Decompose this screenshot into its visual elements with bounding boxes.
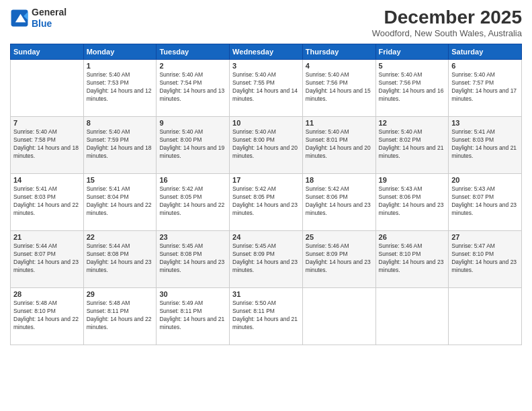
day-header-sunday: Sunday xyxy=(11,44,84,60)
logo-line1: General xyxy=(32,7,66,18)
day-number: 6 xyxy=(451,62,519,70)
day-info: Sunrise: 5:40 AMSunset: 7:56 PMDaylight:… xyxy=(306,71,373,103)
day-info: Sunrise: 5:42 AMSunset: 8:05 PMDaylight:… xyxy=(232,185,300,218)
day-number: 30 xyxy=(159,290,226,298)
day-info: Sunrise: 5:43 AMSunset: 8:06 PMDaylight:… xyxy=(379,185,446,218)
calendar-cell: 11Sunrise: 5:40 AMSunset: 8:01 PMDayligh… xyxy=(302,117,375,174)
day-number: 28 xyxy=(13,290,81,298)
day-number: 24 xyxy=(232,233,300,241)
day-info: Sunrise: 5:40 AMSunset: 8:01 PMDaylight:… xyxy=(306,128,373,161)
day-number: 26 xyxy=(379,233,446,241)
day-number: 5 xyxy=(379,62,446,70)
day-info: Sunrise: 5:40 AMSunset: 8:00 PMDaylight:… xyxy=(159,128,226,161)
week-row-3: 14Sunrise: 5:41 AMSunset: 8:03 PMDayligh… xyxy=(11,174,522,231)
calendar-cell: 29Sunrise: 5:48 AMSunset: 8:11 PMDayligh… xyxy=(83,288,157,345)
day-info: Sunrise: 5:40 AMSunset: 7:58 PMDaylight:… xyxy=(13,128,81,161)
week-row-4: 21Sunrise: 5:44 AMSunset: 8:07 PMDayligh… xyxy=(11,231,522,288)
day-info: Sunrise: 5:40 AMSunset: 7:53 PMDaylight:… xyxy=(87,71,154,103)
logo: General Blue xyxy=(10,7,66,30)
calendar-cell: 27Sunrise: 5:47 AMSunset: 8:10 PMDayligh… xyxy=(449,231,522,288)
calendar-cell: 16Sunrise: 5:42 AMSunset: 8:05 PMDayligh… xyxy=(157,174,230,231)
day-number: 4 xyxy=(306,62,373,70)
day-number: 8 xyxy=(87,119,154,127)
day-header-tuesday: Tuesday xyxy=(157,44,230,60)
day-info: Sunrise: 5:40 AMSunset: 7:57 PMDaylight:… xyxy=(451,71,519,103)
calendar-header-row: SundayMondayTuesdayWednesdayThursdayFrid… xyxy=(11,44,522,60)
calendar-cell: 7Sunrise: 5:40 AMSunset: 7:58 PMDaylight… xyxy=(11,117,84,174)
calendar-cell: 21Sunrise: 5:44 AMSunset: 8:07 PMDayligh… xyxy=(11,231,84,288)
day-number: 2 xyxy=(159,62,226,70)
day-number: 10 xyxy=(232,119,300,127)
calendar-cell: 28Sunrise: 5:48 AMSunset: 8:10 PMDayligh… xyxy=(11,288,84,345)
day-info: Sunrise: 5:40 AMSunset: 7:54 PMDaylight:… xyxy=(159,71,226,103)
subtitle: Woodford, New South Wales, Australia xyxy=(372,28,522,38)
calendar-cell: 2Sunrise: 5:40 AMSunset: 7:54 PMDaylight… xyxy=(157,60,230,117)
calendar-cell: 13Sunrise: 5:41 AMSunset: 8:03 PMDayligh… xyxy=(449,117,522,174)
calendar-cell: 14Sunrise: 5:41 AMSunset: 8:03 PMDayligh… xyxy=(11,174,84,231)
day-info: Sunrise: 5:41 AMSunset: 8:03 PMDaylight:… xyxy=(13,185,81,218)
calendar-cell: 30Sunrise: 5:49 AMSunset: 8:11 PMDayligh… xyxy=(157,288,230,345)
title-area: December 2025 Woodford, New South Wales,… xyxy=(372,7,522,38)
day-info: Sunrise: 5:40 AMSunset: 7:56 PMDaylight:… xyxy=(379,71,446,103)
day-number: 11 xyxy=(306,119,373,127)
calendar-cell: 25Sunrise: 5:46 AMSunset: 8:09 PMDayligh… xyxy=(302,231,375,288)
day-header-thursday: Thursday xyxy=(302,44,375,60)
day-number: 7 xyxy=(13,119,81,127)
day-info: Sunrise: 5:41 AMSunset: 8:04 PMDaylight:… xyxy=(87,185,154,218)
day-number: 27 xyxy=(451,233,519,241)
day-info: Sunrise: 5:49 AMSunset: 8:11 PMDaylight:… xyxy=(159,300,226,332)
day-number: 22 xyxy=(87,233,154,241)
day-info: Sunrise: 5:50 AMSunset: 8:11 PMDaylight:… xyxy=(232,300,300,332)
calendar-cell: 15Sunrise: 5:41 AMSunset: 8:04 PMDayligh… xyxy=(83,174,157,231)
calendar-cell: 10Sunrise: 5:40 AMSunset: 8:00 PMDayligh… xyxy=(230,117,303,174)
calendar-cell: 19Sunrise: 5:43 AMSunset: 8:06 PMDayligh… xyxy=(375,174,449,231)
calendar-cell xyxy=(302,288,375,345)
day-info: Sunrise: 5:47 AMSunset: 8:10 PMDaylight:… xyxy=(451,242,519,275)
calendar-cell xyxy=(449,288,522,345)
calendar-cell: 5Sunrise: 5:40 AMSunset: 7:56 PMDaylight… xyxy=(375,60,449,117)
day-header-saturday: Saturday xyxy=(449,44,522,60)
week-row-5: 28Sunrise: 5:48 AMSunset: 8:10 PMDayligh… xyxy=(11,288,522,345)
calendar-cell: 31Sunrise: 5:50 AMSunset: 8:11 PMDayligh… xyxy=(230,288,303,345)
day-number: 14 xyxy=(13,176,81,184)
day-number: 25 xyxy=(306,233,373,241)
day-number: 13 xyxy=(451,119,519,127)
day-info: Sunrise: 5:48 AMSunset: 8:11 PMDaylight:… xyxy=(87,300,154,332)
day-number: 16 xyxy=(159,176,226,184)
calendar-cell: 24Sunrise: 5:45 AMSunset: 8:09 PMDayligh… xyxy=(230,231,303,288)
day-info: Sunrise: 5:40 AMSunset: 8:02 PMDaylight:… xyxy=(379,128,446,161)
week-row-2: 7Sunrise: 5:40 AMSunset: 7:58 PMDaylight… xyxy=(11,117,522,174)
calendar-cell xyxy=(375,288,449,345)
day-number: 31 xyxy=(232,290,300,298)
day-info: Sunrise: 5:44 AMSunset: 8:07 PMDaylight:… xyxy=(13,242,81,275)
day-header-wednesday: Wednesday xyxy=(230,44,303,60)
day-info: Sunrise: 5:41 AMSunset: 8:03 PMDaylight:… xyxy=(451,128,519,161)
day-info: Sunrise: 5:45 AMSunset: 8:08 PMDaylight:… xyxy=(159,242,226,275)
header: General Blue December 2025 Woodford, New… xyxy=(10,7,522,38)
day-number: 20 xyxy=(451,176,519,184)
calendar-cell: 3Sunrise: 5:40 AMSunset: 7:55 PMDaylight… xyxy=(230,60,303,117)
calendar: SundayMondayTuesdayWednesdayThursdayFrid… xyxy=(10,44,522,345)
calendar-cell: 20Sunrise: 5:43 AMSunset: 8:07 PMDayligh… xyxy=(449,174,522,231)
page: General Blue December 2025 Woodford, New… xyxy=(0,0,532,411)
day-number: 17 xyxy=(232,176,300,184)
logo-line2: Blue xyxy=(32,18,66,30)
day-number: 15 xyxy=(87,176,154,184)
day-info: Sunrise: 5:42 AMSunset: 8:05 PMDaylight:… xyxy=(159,185,226,218)
day-info: Sunrise: 5:43 AMSunset: 8:07 PMDaylight:… xyxy=(451,185,519,218)
day-number: 9 xyxy=(159,119,226,127)
day-header-monday: Monday xyxy=(83,44,157,60)
day-info: Sunrise: 5:40 AMSunset: 7:55 PMDaylight:… xyxy=(232,71,300,103)
calendar-cell: 23Sunrise: 5:45 AMSunset: 8:08 PMDayligh… xyxy=(157,231,230,288)
calendar-cell: 1Sunrise: 5:40 AMSunset: 7:53 PMDaylight… xyxy=(83,60,157,117)
day-number: 12 xyxy=(379,119,446,127)
month-title: December 2025 xyxy=(372,7,522,28)
logo-text: General Blue xyxy=(32,7,66,30)
calendar-cell: 9Sunrise: 5:40 AMSunset: 8:00 PMDaylight… xyxy=(157,117,230,174)
day-info: Sunrise: 5:40 AMSunset: 7:59 PMDaylight:… xyxy=(87,128,154,161)
calendar-cell: 6Sunrise: 5:40 AMSunset: 7:57 PMDaylight… xyxy=(449,60,522,117)
logo-icon xyxy=(10,9,29,28)
day-info: Sunrise: 5:45 AMSunset: 8:09 PMDaylight:… xyxy=(232,242,300,275)
calendar-cell: 26Sunrise: 5:46 AMSunset: 8:10 PMDayligh… xyxy=(375,231,449,288)
day-number: 21 xyxy=(13,233,81,241)
